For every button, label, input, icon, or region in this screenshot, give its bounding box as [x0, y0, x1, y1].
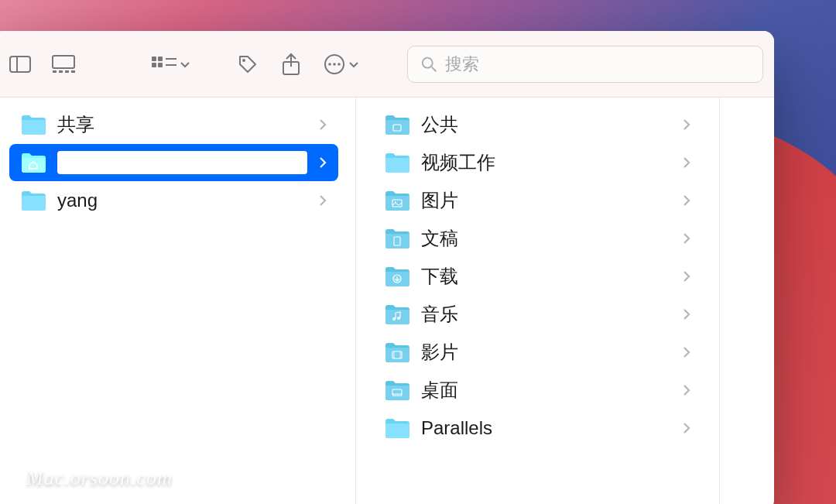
folder-item[interactable]: Parallels — [373, 410, 702, 447]
svg-rect-12 — [166, 64, 176, 66]
chevron-right-icon — [682, 194, 691, 207]
svg-point-19 — [337, 63, 341, 66]
search-input[interactable] — [445, 54, 750, 74]
music-folder-icon — [384, 303, 410, 325]
desktop-folder-icon — [384, 379, 410, 401]
folder-item-selected[interactable] — [9, 144, 338, 181]
downloads-folder-icon — [384, 266, 410, 287]
folder-label: Parallels — [421, 417, 671, 439]
folder-item[interactable]: yang — [9, 182, 338, 219]
svg-rect-6 — [71, 70, 75, 73]
svg-line-21 — [432, 67, 437, 71]
chevron-right-icon — [682, 156, 691, 170]
public-folder-icon — [384, 114, 410, 135]
svg-point-18 — [333, 63, 336, 66]
folder-item[interactable]: 文稿 — [373, 220, 702, 257]
folder-item[interactable]: 公共 — [373, 106, 702, 143]
documents-folder-icon — [384, 228, 410, 249]
svg-point-28 — [397, 317, 400, 320]
folder-item[interactable]: 共享 — [9, 106, 338, 143]
svg-point-13 — [242, 59, 245, 62]
chevron-right-icon — [682, 307, 691, 321]
chevron-right-icon — [318, 194, 327, 207]
svg-rect-0 — [10, 57, 30, 72]
chevron-right-icon — [682, 383, 691, 397]
folder-icon — [20, 114, 46, 135]
folder-label: 下载 — [421, 264, 671, 289]
view-gallery-button[interactable] — [46, 47, 81, 81]
watermark-text: Mac.orsoon.com — [26, 467, 173, 490]
folder-label: 影片 — [421, 340, 671, 365]
search-field[interactable] — [407, 46, 763, 83]
svg-rect-8 — [158, 57, 163, 61]
svg-rect-2 — [53, 56, 74, 68]
folder-rename-input[interactable] — [57, 151, 307, 174]
home-folder-icon — [20, 152, 46, 173]
svg-rect-9 — [152, 63, 156, 67]
column-view: 共享 yang 公共 视频工作 — [0, 98, 774, 504]
folder-label: 文稿 — [421, 226, 671, 251]
folder-label: yang — [57, 190, 307, 211]
chevron-right-icon — [318, 156, 327, 170]
chevron-right-icon — [682, 231, 691, 245]
finder-window: 共享 yang 公共 视频工作 — [0, 31, 774, 504]
folder-item[interactable]: 音乐 — [373, 296, 702, 333]
svg-rect-3 — [53, 70, 57, 73]
share-button[interactable] — [274, 47, 308, 81]
chevron-right-icon — [682, 118, 691, 132]
folder-label: 图片 — [421, 188, 671, 213]
folder-label: 公共 — [421, 112, 671, 137]
movies-folder-icon — [384, 341, 410, 363]
svg-rect-7 — [152, 57, 156, 61]
folder-label: 音乐 — [421, 302, 671, 327]
column-1: 共享 yang — [0, 98, 356, 504]
column-2: 公共 视频工作 图片 文稿 下载 — [356, 98, 720, 504]
pictures-folder-icon — [384, 190, 410, 211]
folder-item[interactable]: 桌面 — [373, 372, 702, 409]
toolbar — [0, 31, 774, 98]
folder-item[interactable]: 视频工作 — [373, 144, 702, 181]
svg-point-27 — [392, 317, 396, 321]
svg-rect-4 — [59, 70, 63, 73]
folder-item[interactable]: 下载 — [373, 258, 702, 295]
svg-rect-10 — [158, 63, 163, 67]
action-menu-button[interactable] — [317, 53, 365, 75]
folder-label: 共享 — [57, 112, 307, 137]
svg-rect-11 — [166, 58, 176, 60]
svg-point-17 — [328, 63, 331, 66]
chevron-right-icon — [682, 421, 691, 435]
folder-item[interactable]: 影片 — [373, 334, 702, 371]
chevron-right-icon — [318, 118, 327, 132]
search-icon — [420, 55, 437, 74]
chevron-right-icon — [682, 269, 691, 283]
folder-icon — [384, 152, 410, 173]
folder-item[interactable]: 图片 — [373, 182, 702, 219]
svg-rect-5 — [65, 70, 69, 73]
folder-label: 桌面 — [421, 378, 671, 403]
chevron-right-icon — [682, 345, 691, 359]
folder-icon — [20, 190, 46, 211]
tag-button[interactable] — [231, 47, 265, 81]
svg-point-20 — [423, 57, 433, 67]
sidebar-toggle-button[interactable] — [3, 47, 37, 81]
folder-label: 视频工作 — [421, 150, 671, 175]
group-by-button[interactable] — [146, 57, 197, 72]
folder-icon — [384, 417, 410, 439]
column-empty — [720, 98, 774, 504]
